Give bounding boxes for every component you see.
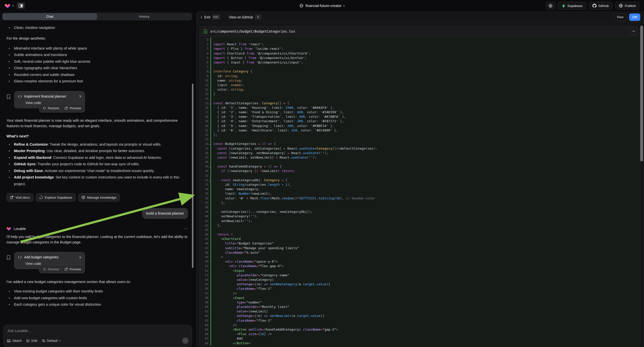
reply-paragraph: I'll help you add budget categories to t… bbox=[6, 234, 188, 245]
list-item: View existing budget categories with the… bbox=[6, 288, 188, 295]
bookmark-icon[interactable] bbox=[6, 94, 11, 99]
github-button[interactable]: GitHub bbox=[589, 2, 613, 10]
preview-button[interactable]: Preview bbox=[62, 267, 84, 271]
mode-selector[interactable]: Default ▾ bbox=[42, 339, 61, 342]
code-line: 32 const newCategoryObj: Category = { bbox=[200, 178, 640, 182]
raw-toggle-button[interactable]: Raw bbox=[614, 14, 627, 21]
version-card-row: Add budget categories View code Restore bbox=[6, 252, 188, 269]
code-line: 10 name: string; bbox=[200, 78, 640, 83]
code-line: 47 subtitle="Manage your spending limits… bbox=[200, 246, 640, 250]
publish-button[interactable]: Publish bbox=[615, 2, 640, 10]
code-line: 7 bbox=[200, 65, 640, 69]
code-line: 54 value={newCategory} bbox=[200, 278, 640, 282]
code-editor[interactable]: 12import React from 'react';3import { Pl… bbox=[200, 36, 640, 347]
code-icon bbox=[18, 256, 22, 259]
external-link-icon bbox=[64, 268, 68, 271]
manage-knowledge-button[interactable]: Manage knowledge bbox=[78, 193, 120, 202]
code-line: 68 </Button> bbox=[200, 341, 640, 346]
user-message-bubble[interactable]: build a financial planner bbox=[142, 208, 188, 219]
message-menu-button[interactable]: ⋯ bbox=[184, 226, 188, 231]
arrow-up-icon: ↑ bbox=[184, 339, 186, 342]
code-line: 14 bbox=[200, 96, 640, 101]
topbar: ▾ financial-future-creator ▾ bbox=[0, 0, 644, 12]
list-item: Clean, intuitive navigation bbox=[6, 24, 188, 31]
code-line: 24const BudgetCategories = () => { bbox=[200, 142, 640, 146]
diff-toggle-button[interactable]: Diff bbox=[629, 14, 640, 21]
code-line: 28 bbox=[200, 160, 640, 164]
explore-supabase-button[interactable]: Explore Supabase bbox=[36, 193, 76, 202]
code-line: 57 /> bbox=[200, 291, 640, 296]
code-line: 44 return ( bbox=[200, 232, 640, 237]
code-line: 67 Add bbox=[200, 336, 640, 341]
code-line: 22]; bbox=[200, 133, 640, 137]
supabase-icon bbox=[562, 4, 565, 8]
code-line: 17 { id: '2', name: 'Food & Dining', lim… bbox=[200, 110, 640, 114]
collapse-file-button[interactable] bbox=[630, 28, 638, 35]
code-scrollbar[interactable] bbox=[640, 26, 643, 161]
chevron-down-icon[interactable]: ▾ bbox=[12, 4, 14, 8]
edit-button[interactable]: Edit bbox=[26, 339, 37, 342]
send-button[interactable]: ↑ bbox=[182, 337, 189, 344]
toggle-sidebar-button[interactable] bbox=[16, 2, 26, 10]
list-item: Rounded corners and subtle shadows bbox=[6, 72, 188, 78]
external-link-icon bbox=[64, 106, 68, 110]
code-line: 45 <ChartCard bbox=[200, 237, 640, 241]
lovable-heart-logo[interactable] bbox=[4, 3, 10, 9]
code-line: 60 placeholder="Monthly limit" bbox=[200, 305, 640, 309]
code-line: 65 <Button onClick={handleAddCategory} c… bbox=[200, 327, 640, 332]
bookmark-icon[interactable] bbox=[6, 255, 11, 260]
version-card-row: Implement financial planner View code Re… bbox=[6, 91, 188, 108]
chat-scrollbar[interactable] bbox=[192, 84, 194, 268]
external-link-icon bbox=[10, 196, 14, 199]
exit-button[interactable]: Exit ESC bbox=[201, 15, 220, 20]
code-line: 37 }; bbox=[200, 201, 640, 205]
user-message-row: build a financial planner bbox=[6, 208, 188, 219]
code-line: 21 { id: '6', name: 'Healthcare', limit:… bbox=[200, 128, 640, 133]
code-line: 5import { Button } from '@/components/ui… bbox=[200, 56, 640, 60]
chevron-left-icon bbox=[201, 16, 202, 19]
project-switcher[interactable]: financial-future-creator ▾ bbox=[299, 4, 345, 8]
attach-button[interactable]: Attach bbox=[7, 339, 22, 342]
preview-button[interactable]: Preview bbox=[62, 106, 84, 110]
restore-button[interactable]: Restore bbox=[40, 106, 62, 110]
code-line: 46 title="Budget Categories" bbox=[200, 241, 640, 246]
code-line: 66 <Plus size={16} /> bbox=[200, 332, 640, 336]
sliders-icon bbox=[42, 339, 45, 342]
code-line: 63 className="flex-1" bbox=[200, 318, 640, 323]
code-line: 11 limit: number; bbox=[200, 83, 640, 87]
tab-chat[interactable]: Chat bbox=[2, 13, 97, 20]
code-line: 50 <div className="space-y-6"> bbox=[200, 260, 640, 264]
code-line: 20 { id: '5', name: 'Shopping', limit: 2… bbox=[200, 124, 640, 128]
restore-button[interactable]: Restore bbox=[40, 267, 62, 271]
code-line: 39 setCategories([...​categories, newCat… bbox=[200, 210, 640, 214]
gear-icon bbox=[548, 4, 553, 8]
list-item: Add project knowledge: Set key context o… bbox=[6, 174, 188, 187]
code-line: 13} bbox=[200, 92, 640, 96]
code-line: 42 }; bbox=[200, 223, 640, 228]
whats-next-heading: What's next? bbox=[6, 134, 188, 138]
chat-messages[interactable]: Clean, intuitive navigation For the desi… bbox=[0, 22, 194, 324]
file-path: src/components/budget/BudgetCategories.t… bbox=[210, 29, 627, 33]
supabase-button[interactable]: Supabase bbox=[558, 2, 586, 10]
code-line: 49 > bbox=[200, 255, 640, 260]
code-toolbar: Exit ESC View on GitHub G Raw Diff bbox=[196, 12, 644, 23]
chevron-up-icon bbox=[632, 30, 635, 32]
code-line: 51 <div className="flex gap-4"> bbox=[200, 264, 640, 268]
list-item: Add new budget categories with custom li… bbox=[6, 295, 188, 302]
visit-docs-button[interactable]: Visit docs bbox=[6, 193, 33, 202]
view-on-github-button[interactable]: View on GitHub G bbox=[229, 15, 262, 20]
code-line: 15const defaultCategories: Category[] = … bbox=[200, 101, 640, 106]
lovable-heart-icon bbox=[6, 226, 11, 231]
version-card-title: Add budget categories bbox=[24, 256, 77, 259]
list-item: GitHub Sync: Transfer your project's cod… bbox=[6, 161, 188, 168]
added-bullet-list: View existing budget categories with the… bbox=[6, 288, 188, 308]
chat-input[interactable] bbox=[8, 328, 188, 333]
suggested-actions: Visit docs Explore Supabase Manage knowl… bbox=[6, 193, 188, 202]
code-line: 35 limit: Number(newLimit), bbox=[200, 192, 640, 196]
file-header[interactable]: src/components/budget/BudgetCategories.t… bbox=[200, 26, 640, 36]
list-item: Master Prompting: Use clear, detailed, a… bbox=[6, 148, 188, 154]
settings-button[interactable] bbox=[546, 2, 556, 10]
code-panel: Exit ESC View on GitHub G Raw Diff src/c… bbox=[196, 12, 644, 347]
restore-icon bbox=[43, 106, 46, 110]
tab-history[interactable]: History bbox=[97, 13, 192, 20]
